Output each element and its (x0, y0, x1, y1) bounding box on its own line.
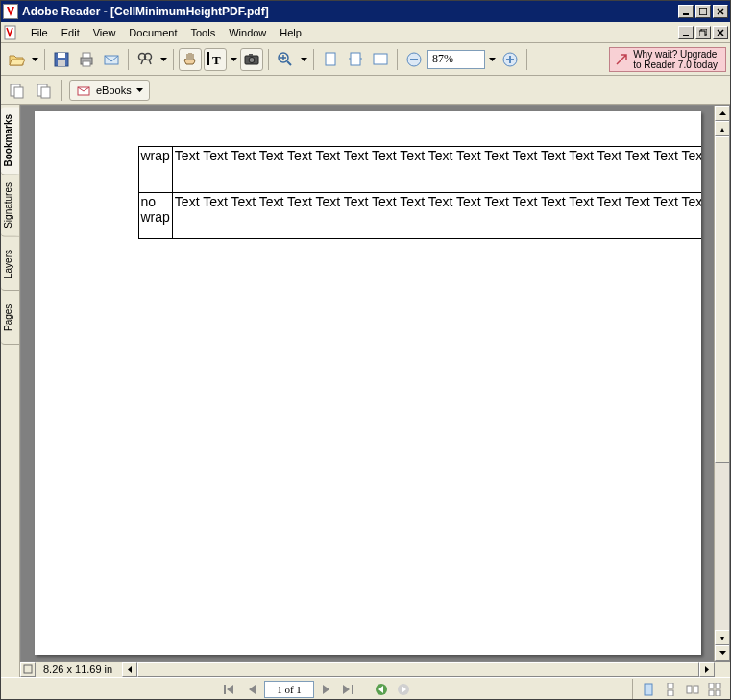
zoom-input[interactable] (427, 50, 485, 69)
menu-file[interactable]: File (24, 25, 55, 40)
page-number-input[interactable] (264, 681, 314, 698)
mdi-restore-button[interactable] (695, 26, 711, 39)
zoom-in-circle-button[interactable] (499, 48, 522, 71)
window-title: Adobe Reader - [CellMinimumHeightPDF.pdf… (22, 5, 678, 18)
close-button[interactable] (713, 5, 728, 18)
menu-window[interactable]: Window (222, 25, 273, 40)
open-dropdown[interactable] (30, 48, 39, 71)
cell-label-nowrap: no wrap (138, 193, 172, 239)
svg-rect-26 (410, 59, 418, 60)
clipboard-button-1[interactable] (5, 79, 28, 102)
continuous-facing-view-button[interactable] (705, 681, 724, 698)
tab-pages[interactable]: Pages (1, 291, 19, 345)
menu-view[interactable]: View (86, 25, 123, 40)
ebooks-button[interactable]: eBooks (69, 80, 150, 101)
email-button[interactable] (100, 48, 123, 71)
tab-layers[interactable]: Layers (1, 237, 19, 291)
scroll-up-arrow[interactable]: ▴ (715, 121, 730, 136)
pdf-doc-icon[interactable] (3, 25, 18, 40)
svg-rect-16 (207, 52, 209, 65)
tab-signatures[interactable]: Signatures (1, 175, 19, 237)
minimize-button[interactable] (678, 5, 694, 18)
document-scroll-area[interactable]: wrap Text Text Text Text Text Text Text … (21, 106, 714, 661)
svg-rect-20 (249, 54, 253, 56)
clipboard-button-2[interactable] (32, 79, 55, 102)
menu-edit[interactable]: Edit (55, 25, 86, 40)
single-page-view-button[interactable] (639, 681, 658, 698)
status-bar (1, 677, 730, 700)
vertical-scrollbar[interactable]: ▴ ▾ (714, 106, 729, 661)
vscroll-thumb[interactable] (715, 136, 730, 463)
svg-rect-29 (509, 56, 511, 63)
back-button[interactable] (372, 681, 391, 698)
search-dropdown[interactable] (158, 48, 168, 71)
hscroll-track[interactable] (137, 662, 699, 677)
hscroll-left-button[interactable] (122, 662, 137, 677)
search-button[interactable] (134, 48, 157, 71)
svg-rect-36 (224, 685, 226, 694)
hscroll-thumb[interactable] (137, 662, 699, 677)
svg-rect-2 (699, 8, 707, 15)
upgrade-button[interactable]: Why wait? Upgrade to Reader 7.0 today (609, 47, 726, 72)
first-page-button[interactable] (220, 681, 239, 698)
svg-rect-12 (83, 61, 90, 66)
svg-rect-45 (709, 683, 714, 688)
next-page-button[interactable] (317, 681, 336, 698)
pdf-content-table: wrap Text Text Text Text Text Text Text … (138, 146, 701, 239)
svg-rect-44 (694, 686, 698, 693)
svg-rect-4 (683, 35, 689, 36)
upgrade-line2: to Reader 7.0 today (633, 60, 718, 70)
page-dimensions: 8.26 x 11.69 in (36, 662, 122, 677)
continuous-view-button[interactable] (661, 681, 680, 698)
menu-document[interactable]: Document (122, 25, 183, 40)
maximize-button[interactable] (695, 5, 711, 18)
svg-point-19 (249, 57, 255, 62)
menu-help[interactable]: Help (273, 25, 308, 40)
svg-rect-43 (687, 686, 692, 693)
upgrade-arrow-icon (614, 52, 629, 67)
pdf-page: wrap Text Text Text Text Text Text Text … (35, 111, 701, 655)
svg-rect-31 (14, 87, 23, 98)
actual-size-button[interactable] (319, 48, 342, 71)
forward-button[interactable] (394, 681, 413, 698)
svg-rect-35 (24, 665, 32, 673)
svg-rect-24 (374, 54, 387, 64)
zoom-out-button[interactable] (402, 48, 426, 71)
chevron-down-icon (136, 88, 143, 92)
content-area: Bookmarks Signatures Layers Pages wrap T… (1, 105, 730, 677)
last-page-button[interactable] (339, 681, 358, 698)
scroll-up-button[interactable] (715, 106, 730, 121)
select-text-button[interactable]: T (204, 48, 227, 71)
scroll-down-button[interactable] (715, 645, 730, 661)
svg-rect-23 (351, 53, 360, 65)
zoom-dropdown[interactable] (299, 48, 308, 71)
prev-page-button[interactable] (242, 681, 261, 698)
print-button[interactable] (75, 48, 98, 71)
fit-width-button[interactable] (369, 48, 392, 71)
mdi-close-button[interactable] (713, 26, 728, 39)
vscroll-track[interactable] (715, 136, 730, 630)
ebooks-icon (76, 83, 91, 98)
hand-tool-button[interactable] (179, 48, 202, 71)
hscroll-right-button[interactable] (699, 662, 715, 677)
svg-rect-37 (352, 685, 353, 694)
zoom-in-button[interactable] (274, 48, 297, 71)
mdi-minimize-button[interactable] (678, 26, 694, 39)
scroll-down-arrow[interactable]: ▾ (715, 630, 730, 645)
hscroll-sizer[interactable] (20, 662, 36, 677)
menu-tools[interactable]: Tools (184, 25, 223, 40)
svg-rect-33 (41, 87, 50, 98)
open-button[interactable] (5, 48, 28, 71)
cell-content-nowrap: Text Text Text Text Text Text Text Text … (172, 193, 700, 239)
svg-rect-48 (716, 690, 720, 696)
zoom-value-dropdown[interactable] (487, 48, 497, 71)
svg-rect-6 (699, 31, 705, 36)
snapshot-tool-button[interactable] (240, 48, 263, 71)
tab-bookmarks[interactable]: Bookmarks (1, 107, 19, 175)
fit-page-button[interactable] (344, 48, 367, 71)
svg-rect-46 (716, 683, 720, 688)
svg-rect-11 (83, 53, 90, 58)
facing-view-button[interactable] (683, 681, 702, 698)
select-dropdown[interactable] (229, 48, 238, 71)
save-button[interactable] (50, 48, 73, 71)
